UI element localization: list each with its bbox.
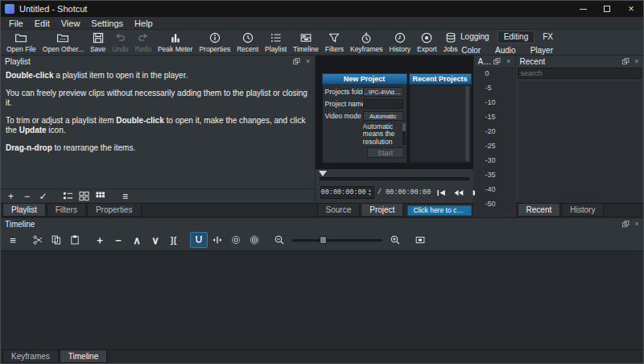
mode-player-button[interactable]: Player	[524, 44, 559, 57]
timeline-button[interactable]: Timeline	[291, 31, 321, 54]
db-label: -40	[485, 185, 496, 193]
ripple-delete-button[interactable]: −	[109, 232, 127, 248]
playlist-float-button[interactable]	[293, 57, 301, 65]
zoom-out-button[interactable]	[270, 232, 288, 248]
recent-tabbar: Recent History	[516, 203, 643, 217]
lift-button[interactable]: ∧	[128, 232, 146, 248]
scrub-while-dragging-button[interactable]	[208, 232, 226, 248]
timeline-menu-button[interactable]: ≡	[4, 232, 22, 248]
view-icons-button[interactable]	[93, 190, 107, 202]
ripple-all-tracks-button[interactable]	[246, 232, 263, 248]
maximize-button[interactable]	[595, 1, 619, 17]
player-scrubber[interactable]	[316, 169, 473, 182]
timeline-zoom-slider[interactable]	[292, 232, 382, 248]
zoom-slider-track[interactable]	[292, 239, 382, 242]
timeline-float-button[interactable]	[621, 220, 630, 228]
filters-button[interactable]: Filters	[323, 31, 346, 54]
tab-project[interactable]: Project	[361, 204, 403, 217]
audio-panel-title: Audi...	[478, 57, 493, 66]
playlist-tips: Double-click a playlist item to open it …	[1, 67, 315, 188]
tab-history[interactable]: History	[561, 204, 604, 217]
append-button[interactable]: +	[91, 232, 109, 248]
rewind-button[interactable]	[451, 187, 466, 199]
db-label: -50	[485, 200, 496, 208]
overwrite-button[interactable]: ∨	[147, 232, 164, 248]
copy-button[interactable]	[47, 232, 65, 248]
tab-filters[interactable]: Filters	[47, 204, 86, 217]
tab-keyframes[interactable]: Keyframes	[2, 350, 59, 363]
video-mode-button[interactable]: Automatic	[363, 111, 403, 121]
peak-meter-button[interactable]: Peak Meter	[155, 31, 195, 54]
recent-file-list[interactable]	[518, 81, 642, 203]
playlist-add-button[interactable]: +	[4, 190, 18, 202]
save-icon	[92, 31, 105, 44]
cut-button[interactable]	[29, 232, 47, 248]
playlist-menu-button[interactable]: ≡	[118, 190, 132, 202]
recent-close-button[interactable]: ×	[633, 57, 641, 65]
export-button[interactable]: Export	[415, 31, 440, 54]
timeline-tracks-area[interactable]	[1, 250, 643, 350]
properties-button[interactable]: Properties	[196, 31, 233, 54]
playlist-update-button[interactable]: ✓	[36, 190, 50, 202]
recent-projects-scrollbar[interactable]	[465, 86, 469, 161]
menu-settings[interactable]: Settings	[85, 17, 129, 30]
ripple-button[interactable]	[227, 232, 245, 248]
minimize-icon	[580, 9, 587, 10]
menu-edit[interactable]: Edit	[29, 17, 56, 30]
paste-button[interactable]	[66, 232, 84, 248]
tab-properties[interactable]: Properties	[87, 204, 142, 217]
history-button[interactable]: History	[387, 31, 413, 54]
snap-toggle-button[interactable]	[190, 232, 208, 248]
recent-float-button[interactable]	[621, 57, 630, 65]
scrubber-groove[interactable]	[320, 177, 469, 180]
projects-folder-button[interactable]: ...\PC-4\Videos	[363, 87, 403, 97]
export-icon	[420, 31, 433, 44]
timeline-icon	[299, 31, 312, 44]
timeline-close-button[interactable]: ×	[633, 220, 641, 228]
recent-button[interactable]: Recent	[234, 31, 261, 54]
help-scrollbar[interactable]	[402, 123, 406, 145]
menu-help[interactable]: Help	[129, 17, 159, 30]
zoom-in-button[interactable]	[386, 232, 404, 248]
zoom-fit-button[interactable]	[411, 232, 429, 248]
new-project-title: New Project	[322, 73, 407, 85]
playhead-marker[interactable]	[319, 171, 327, 176]
save-button[interactable]: Save	[88, 31, 108, 54]
mode-fx-button[interactable]: FX	[536, 31, 559, 43]
mode-editing-button[interactable]: Editing	[497, 31, 535, 43]
tab-recent[interactable]: Recent	[518, 204, 561, 217]
mode-logging-button[interactable]: Logging	[454, 31, 496, 43]
recent-projects-list[interactable]	[411, 86, 464, 161]
skip-previous-button[interactable]	[434, 187, 449, 199]
keyframes-button[interactable]: Keyframes	[348, 31, 386, 54]
open-file-button[interactable]: Open File	[4, 31, 39, 54]
timeline-tabbar: Keyframes Timeline	[1, 350, 643, 363]
timeline-toolbar: ≡ + − ∧ ∨ ][	[1, 230, 643, 250]
tab-timeline[interactable]: Timeline	[60, 350, 107, 363]
minimize-button[interactable]	[571, 1, 595, 17]
check-version-button[interactable]: Click here to check for a new versi...	[407, 205, 471, 216]
playlist-remove-button[interactable]: −	[20, 190, 34, 202]
tab-playlist[interactable]: Playlist	[2, 204, 46, 217]
split-button[interactable]: ][	[165, 232, 183, 248]
recent-search-input[interactable]	[518, 68, 642, 79]
timecode-spin-arrows[interactable]: ▲▼	[366, 188, 374, 196]
playlist-close-button[interactable]: ×	[304, 57, 312, 65]
video-mode-help-text: Automatic means the resolution	[363, 123, 402, 145]
view-details-button[interactable]	[61, 190, 75, 202]
redo-icon	[137, 31, 150, 44]
mode-audio-button[interactable]: Audio	[489, 44, 522, 57]
view-tiles-button[interactable]	[77, 190, 91, 202]
menu-file[interactable]: File	[3, 17, 29, 30]
timecode-spinner[interactable]: 00:00:00:00 ▲▼	[320, 186, 374, 199]
menu-view[interactable]: View	[56, 17, 86, 30]
close-button[interactable]: ×	[619, 1, 643, 17]
audio-close-button[interactable]: ×	[505, 57, 513, 65]
playlist-button[interactable]: Playlist	[262, 31, 289, 54]
timeline-panel: Timeline × ≡ + − ∧ ∨ ][	[1, 217, 643, 363]
tab-source[interactable]: Source	[317, 204, 361, 217]
zoom-slider-handle[interactable]	[320, 236, 327, 244]
audio-float-button[interactable]	[493, 57, 502, 65]
project-name-input[interactable]	[363, 99, 403, 109]
open-other-button[interactable]: Open Other...	[40, 31, 86, 54]
